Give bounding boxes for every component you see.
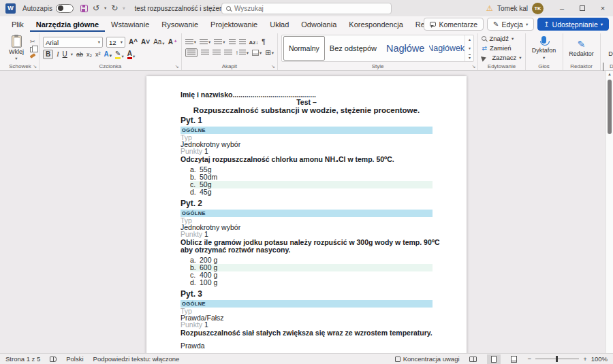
dictate-button[interactable]: Dyktafon ▾ bbox=[529, 34, 559, 62]
align-center-button[interactable] bbox=[201, 50, 209, 56]
autosave-toggle[interactable] bbox=[56, 4, 74, 13]
shading-button[interactable]: ▾ bbox=[252, 50, 262, 56]
spellcheck-icon[interactable] bbox=[50, 357, 57, 362]
clear-formatting-button[interactable]: A✦ bbox=[168, 39, 178, 46]
find-button[interactable]: Znajdź▾ bbox=[482, 35, 521, 42]
multilevel-list-icon bbox=[214, 39, 222, 46]
vertical-scrollbar[interactable]: ▲ bbox=[606, 71, 613, 353]
paste-button[interactable]: Wklej ▾ bbox=[5, 34, 28, 62]
scroll-up-icon[interactable]: ▲ bbox=[606, 72, 613, 76]
bullets-button[interactable]: ▾ bbox=[185, 39, 196, 46]
document-page[interactable]: Imię i nazwisko.........................… bbox=[146, 76, 467, 353]
tab-file[interactable]: Plik bbox=[5, 18, 30, 32]
warning-icon[interactable]: ⚠ bbox=[486, 4, 493, 13]
text-predictions-indicator[interactable]: Podpowiedzi tekstu: włączone bbox=[93, 355, 180, 363]
zoom-in-button[interactable]: + bbox=[583, 355, 587, 363]
clipboard-dialog-launcher[interactable]: ↘ bbox=[33, 64, 37, 69]
customize-qat-icon[interactable]: ▿ bbox=[123, 5, 125, 11]
style-no-spacing[interactable]: Bez odstępów bbox=[325, 36, 381, 61]
line-spacing-button[interactable]: ↕▾ bbox=[236, 50, 249, 56]
format-painter-button[interactable] bbox=[30, 54, 35, 57]
strikethrough-button[interactable]: ab bbox=[76, 52, 83, 58]
styles-scroll-up-icon[interactable]: ▴ bbox=[469, 37, 471, 42]
document-title[interactable]: test rozpuszczalność i stężenia ▾ bbox=[135, 5, 234, 12]
justify-button[interactable] bbox=[224, 50, 232, 56]
borders-button[interactable]: ⊞▾ bbox=[265, 50, 274, 56]
find-icon bbox=[482, 36, 486, 41]
zoom-level[interactable]: 100% bbox=[591, 355, 608, 363]
answer-text: 600 g bbox=[200, 264, 217, 271]
share-button[interactable]: ↥ Udostępnianie ▾ bbox=[537, 18, 609, 31]
text-effects-button[interactable]: A▾ bbox=[104, 51, 112, 58]
copy-button[interactable] bbox=[30, 47, 35, 52]
read-mode-button[interactable] bbox=[467, 354, 480, 364]
tab-draw[interactable]: Rysowanie bbox=[155, 18, 204, 32]
sort-button[interactable]: Az↓ bbox=[249, 39, 259, 46]
numbering-button[interactable]: ▾ bbox=[200, 39, 210, 46]
font-dialog-launcher[interactable]: ↘ bbox=[175, 64, 179, 69]
grow-font-button[interactable]: A^ bbox=[129, 39, 138, 46]
font-size-select[interactable]: 12▾ bbox=[106, 37, 125, 48]
addins-button[interactable]: Dodatki bbox=[604, 34, 613, 62]
font-color-button[interactable]: A▾ bbox=[127, 50, 136, 59]
answer-row-highlighted: c.50g bbox=[190, 181, 433, 188]
focus-mode-button[interactable]: Koncentracja uwagi bbox=[395, 355, 460, 363]
redo-icon[interactable]: ↻ bbox=[111, 4, 118, 12]
collapse-ribbon-button[interactable] bbox=[603, 63, 608, 67]
align-right-button[interactable] bbox=[213, 50, 221, 56]
tab-references[interactable]: Odwołania bbox=[295, 18, 343, 32]
replace-button[interactable]: ⇄Zamień bbox=[482, 44, 521, 52]
select-button[interactable]: Zaznacz▾ bbox=[482, 54, 521, 61]
show-formatting-button[interactable]: ¶ bbox=[262, 39, 265, 46]
style-heading1[interactable]: Nagłówe bbox=[381, 36, 429, 61]
styles-more-icon[interactable]: ▾ bbox=[469, 54, 471, 60]
close-button[interactable]: × bbox=[593, 0, 613, 16]
align-left-button[interactable] bbox=[185, 48, 198, 57]
undo-caret-icon[interactable]: ▾ bbox=[104, 5, 106, 11]
avatar[interactable]: TK bbox=[532, 3, 544, 14]
underline-button[interactable]: U bbox=[63, 51, 67, 58]
page-indicator[interactable]: Strona 1 z 5 bbox=[5, 355, 40, 363]
search-input[interactable] bbox=[234, 5, 387, 12]
zoom-slider[interactable] bbox=[535, 359, 579, 359]
font-family-select[interactable]: Arial▾ bbox=[43, 37, 103, 48]
editor-button[interactable]: ✎ Redaktor bbox=[567, 34, 597, 62]
underline-caret-icon[interactable]: ▾ bbox=[71, 52, 73, 57]
restore-button[interactable] bbox=[572, 0, 593, 16]
styles-gallery-scroll[interactable]: ▴ ▾ ▾ bbox=[465, 35, 473, 61]
increase-indent-button[interactable] bbox=[239, 39, 246, 46]
web-layout-button[interactable] bbox=[507, 354, 521, 364]
bold-button[interactable]: B bbox=[43, 50, 53, 59]
search-box[interactable] bbox=[221, 3, 392, 14]
superscript-button[interactable]: x² bbox=[95, 52, 101, 58]
style-heading2[interactable]: Nagłówek 2 bbox=[429, 36, 465, 61]
scrollbar-thumb[interactable] bbox=[608, 80, 612, 134]
shrink-font-button[interactable]: A˅ bbox=[141, 39, 150, 46]
undo-icon[interactable]: ↺ bbox=[93, 4, 99, 12]
italic-button[interactable]: I bbox=[57, 51, 59, 58]
voice-group: Dyktafon ▾ Głos bbox=[526, 33, 563, 70]
styles-dialog-launcher[interactable]: ↘ bbox=[472, 64, 476, 69]
minimize-button[interactable]: – bbox=[552, 0, 572, 16]
change-case-button[interactable]: Aa▾ bbox=[153, 39, 165, 46]
save-icon[interactable] bbox=[80, 5, 88, 12]
zoom-slider-thumb[interactable] bbox=[556, 356, 558, 362]
tab-home[interactable]: Narzędzia główne bbox=[30, 18, 105, 32]
comments-button[interactable]: Komentarze bbox=[424, 18, 484, 31]
cut-icon[interactable]: ✂ bbox=[30, 39, 35, 45]
editing-mode-button[interactable]: ✎ Edycja ▾ bbox=[487, 18, 534, 31]
subscript-button[interactable]: x₂ bbox=[87, 52, 92, 58]
decrease-indent-button[interactable] bbox=[229, 39, 236, 46]
tab-mailings[interactable]: Korespondencja bbox=[343, 18, 409, 32]
zoom-out-button[interactable]: − bbox=[528, 355, 532, 363]
tab-design[interactable]: Projektowanie bbox=[204, 18, 264, 32]
print-layout-button[interactable] bbox=[487, 354, 501, 364]
style-normal[interactable]: Normalny bbox=[283, 36, 325, 61]
highlight-button[interactable]: ✎▾ bbox=[115, 50, 124, 59]
tab-layout[interactable]: Układ bbox=[264, 18, 295, 32]
styles-scroll-down-icon[interactable]: ▾ bbox=[469, 46, 471, 50]
paragraph-dialog-launcher[interactable]: ↘ bbox=[271, 64, 275, 69]
language-indicator[interactable]: Polski bbox=[66, 355, 83, 363]
tab-insert[interactable]: Wstawianie bbox=[105, 18, 155, 32]
multilevel-list-button[interactable]: ▾ bbox=[214, 39, 225, 46]
